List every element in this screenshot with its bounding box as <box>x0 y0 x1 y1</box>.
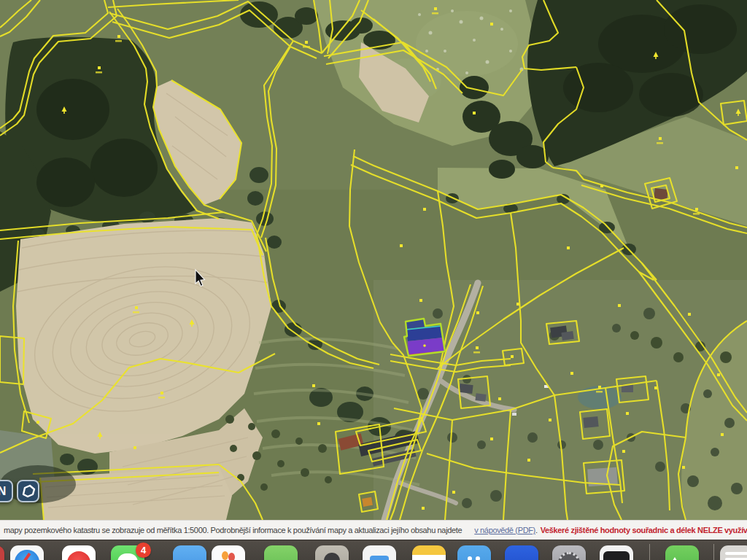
north-button-label: N <box>0 485 6 498</box>
notes-icon[interactable] <box>412 545 446 560</box>
facetime-icon[interactable] <box>173 545 206 560</box>
status-bar: mapy pozemkového katastru se zobrazuje o… <box>0 520 747 540</box>
safari-icon[interactable] <box>10 545 44 560</box>
files-icon[interactable] <box>363 545 396 560</box>
north-button[interactable]: N <box>0 480 13 502</box>
parcel-tool-button[interactable] <box>17 480 39 502</box>
stack-icon[interactable] <box>720 545 747 560</box>
green-app-icon[interactable] <box>264 545 298 560</box>
phone-icon[interactable] <box>665 545 699 560</box>
dock: 4 <box>0 540 747 560</box>
dock-divider <box>649 544 650 560</box>
notification-badge: 4 <box>136 542 151 558</box>
cadastral-map[interactable]: N <box>0 0 747 520</box>
status-separator: . <box>535 526 538 534</box>
selected-parcel-highlight[interactable] <box>404 319 445 356</box>
edge-partial-icon[interactable] <box>0 545 4 560</box>
terminal-icon[interactable] <box>600 545 633 560</box>
settings-icon[interactable] <box>552 545 586 560</box>
polygon-icon <box>20 483 36 499</box>
status-warning-text: Veškeré zjištěné hodnoty souřadnic a dél… <box>541 526 747 534</box>
photos-icon[interactable] <box>212 545 245 560</box>
mail-icon[interactable] <box>505 545 538 560</box>
screen: N mapy pozemkového katastru se zobrazuje… <box>0 0 747 560</box>
music-icon[interactable] <box>62 545 96 560</box>
appstore-icon[interactable] <box>457 545 491 560</box>
aerial-map-canvas <box>0 0 747 520</box>
help-pdf-link[interactable]: v nápovědě (PDF) <box>474 526 535 534</box>
status-text: mapy pozemkového katastru se zobrazuje o… <box>4 526 462 534</box>
dock-divider <box>713 544 714 560</box>
camera-icon[interactable] <box>315 545 349 560</box>
